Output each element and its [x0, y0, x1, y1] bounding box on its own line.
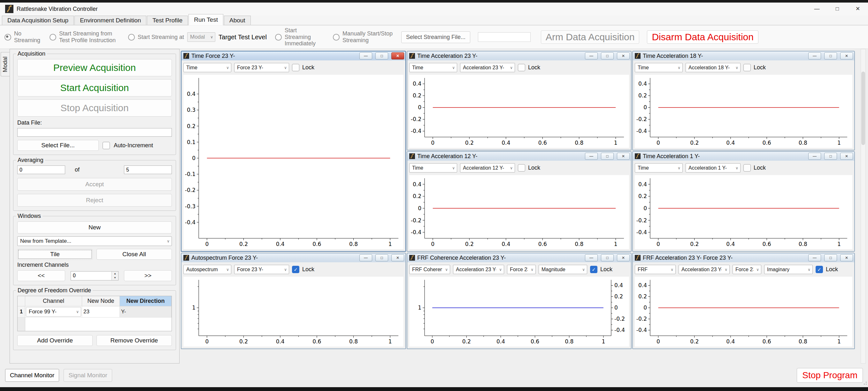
- plot-dropdown-acceleration-23-y[interactable]: Acceleration 23 Y-∨: [460, 63, 515, 72]
- radio-circle-icon[interactable]: [128, 34, 135, 40]
- app-titlebar[interactable]: Rattlesnake Vibration Controller — □ ✕: [0, 3, 868, 15]
- mdi-titlebar[interactable]: Autospectrum Force 23 Y-—□✕: [182, 253, 405, 262]
- lock-checkbox[interactable]: [743, 164, 751, 172]
- close-icon[interactable]: ✕: [391, 254, 404, 261]
- plot-dropdown-force-23-y[interactable]: Force 23 Y-∨: [234, 63, 289, 72]
- start-acquisition-button[interactable]: Start Acquisition: [17, 79, 172, 96]
- mdi-titlebar[interactable]: Time Acceleration 12 Y-—□✕: [407, 152, 631, 161]
- plot-area[interactable]: 00.20.40.60.81-0.4-0.200.20.4: [635, 75, 852, 148]
- streaming-level-dropdown[interactable]: Modal∨: [187, 32, 215, 42]
- radio-circle-icon[interactable]: [275, 34, 282, 40]
- maximize-icon[interactable]: □: [601, 52, 614, 59]
- channel-increment-stepper[interactable]: ▲ ▼: [71, 271, 119, 280]
- stepper-down-icon[interactable]: ▼: [112, 276, 118, 280]
- select-file-button[interactable]: Select File...: [17, 140, 99, 151]
- averaging-total-input[interactable]: [124, 166, 172, 174]
- accept-button[interactable]: Accept: [17, 178, 172, 191]
- maximize-icon[interactable]: □: [824, 153, 837, 160]
- minimize-icon[interactable]: —: [585, 52, 598, 59]
- radio-start-streaming-from-test-profile-instruction[interactable]: Start Streaming from Test Profile Instru…: [50, 30, 120, 43]
- signal-monitor-button[interactable]: Signal Monitor: [64, 369, 112, 382]
- plot-dropdown-time[interactable]: Time∨: [409, 63, 457, 72]
- streaming-file-input[interactable]: [478, 32, 531, 42]
- close-icon[interactable]: ✕: [617, 52, 630, 59]
- mdi-scrollbar[interactable]: [861, 49, 866, 363]
- tab-about[interactable]: About: [224, 16, 251, 25]
- radio-circle-icon[interactable]: [333, 34, 340, 40]
- radio-circle-icon[interactable]: [50, 34, 56, 40]
- minimize-icon[interactable]: —: [585, 153, 598, 160]
- new-window-button[interactable]: New: [17, 221, 172, 234]
- preview-acquisition-button[interactable]: Preview Acquisition: [17, 59, 172, 77]
- plot-area[interactable]: 00.20.40.60.81-0.4-0.200.20.4: [635, 277, 852, 347]
- stepper-up-icon[interactable]: ▲: [112, 272, 118, 276]
- plot-area[interactable]: 00.20.40.60.81-0.4-0.200.20.4: [409, 175, 629, 249]
- resize-grip[interactable]: [862, 380, 867, 385]
- maximize-icon[interactable]: □: [827, 3, 847, 15]
- remove-override-button[interactable]: Remove Override: [96, 335, 172, 346]
- plot-area[interactable]: 00.20.40.60.81-0.4-0.200.20.4: [409, 75, 629, 148]
- plot-dropdown-imaginary[interactable]: Imaginary∨: [764, 265, 813, 274]
- maximize-icon[interactable]: □: [824, 52, 837, 59]
- data-file-input[interactable]: [17, 128, 172, 137]
- stepper-arrows[interactable]: ▲ ▼: [112, 272, 118, 280]
- maximize-icon[interactable]: □: [375, 254, 388, 261]
- dof-new-node-cell[interactable]: 23: [82, 306, 120, 318]
- minimize-icon[interactable]: —: [585, 254, 598, 261]
- plot-dropdown-force-23-y[interactable]: Force 23 Y-∨: [234, 265, 289, 274]
- close-icon[interactable]: ✕: [617, 254, 630, 261]
- close-icon[interactable]: ✕: [840, 254, 853, 261]
- close-icon[interactable]: ✕: [617, 153, 630, 160]
- radio-circle-icon[interactable]: [4, 34, 11, 40]
- plot-dropdown-autospectrum[interactable]: Autospectrum∨: [183, 265, 231, 274]
- plot-dropdown-frf[interactable]: FRF∨: [635, 265, 676, 274]
- plot-dropdown-frf-coherence[interactable]: FRF Coherence∨: [409, 265, 450, 274]
- mdi-titlebar[interactable]: Time Acceleration 18 Y-—□✕: [633, 52, 854, 60]
- lock-checkbox[interactable]: ✓: [590, 266, 597, 273]
- maximize-icon[interactable]: □: [824, 254, 837, 261]
- minimize-icon[interactable]: —: [807, 3, 827, 15]
- maximize-icon[interactable]: □: [601, 153, 614, 160]
- minimize-icon[interactable]: —: [808, 254, 821, 261]
- lock-checkbox[interactable]: ✓: [816, 266, 823, 273]
- lock-checkbox[interactable]: ✓: [292, 266, 299, 273]
- plot-area[interactable]: 00.20.40.60.811: [183, 277, 403, 347]
- plot-dropdown-magnitude[interactable]: Magnitude∨: [539, 265, 587, 274]
- mdi-titlebar[interactable]: FRF Acceleration 23 Y- Force 23 Y-—□✕: [633, 253, 854, 262]
- radio-start-streaming-at[interactable]: Start Streaming at: [128, 34, 184, 40]
- minimize-icon[interactable]: —: [360, 254, 372, 261]
- stop-acquisition-button[interactable]: Stop Acquisition: [17, 99, 172, 117]
- plot-dropdown-time[interactable]: Time∨: [635, 163, 683, 173]
- close-icon[interactable]: ✕: [840, 153, 853, 160]
- reject-button[interactable]: Reject: [17, 194, 172, 207]
- channel-monitor-button[interactable]: Channel Monitor: [5, 369, 59, 382]
- tab-test-profile[interactable]: Test Profile: [147, 16, 188, 25]
- plot-dropdown-acceleration-18-y[interactable]: Acceleration 18 Y-∨: [686, 63, 741, 72]
- scrollbar-thumb[interactable]: [861, 71, 865, 145]
- lock-checkbox[interactable]: [743, 64, 751, 71]
- radio-manually-start-stop-streaming[interactable]: Manually Start/Stop Streaming: [333, 30, 394, 43]
- plot-dropdown-acceleration-23-y[interactable]: Acceleration 23 Y-∨: [679, 265, 730, 274]
- add-override-button[interactable]: Add Override: [17, 335, 93, 346]
- dof-channel-cell[interactable]: Force 99 Y- ∨: [25, 306, 82, 318]
- mdi-titlebar[interactable]: FRF Coherence Acceleration 23 Y-—□✕: [407, 253, 631, 262]
- plot-dropdown-time[interactable]: Time∨: [183, 63, 231, 72]
- plot-dropdown-force-23[interactable]: Force 23∨: [507, 265, 536, 274]
- close-all-button[interactable]: Close All: [96, 249, 172, 260]
- maximize-icon[interactable]: □: [375, 52, 388, 59]
- arm-data-acquisition-button[interactable]: Arm Data Acquisition: [541, 30, 639, 44]
- mdi-titlebar[interactable]: Time Acceleration 23 Y-—□✕: [407, 52, 631, 60]
- radio-start-streaming-immediately[interactable]: Start Streaming Immediately: [275, 27, 324, 47]
- plot-dropdown-acceleration-23-y[interactable]: Acceleration 23 Y-∨: [453, 265, 504, 274]
- minimize-icon[interactable]: —: [808, 52, 821, 59]
- plot-area[interactable]: 00.20.40.60.81-0.4-0.3-0.2-0.100.10.20.3…: [183, 75, 403, 249]
- tile-button[interactable]: Tile: [17, 249, 93, 260]
- mdi-titlebar[interactable]: Time Acceleration 1 Y-—□✕: [633, 152, 854, 161]
- increment-channels-button[interactable]: >>: [124, 270, 172, 281]
- auto-increment-checkbox[interactable]: [102, 142, 110, 149]
- plot-area[interactable]: 00.20.40.60.81-0.4-0.200.20.4: [635, 175, 852, 249]
- minimize-icon[interactable]: —: [360, 52, 372, 59]
- close-icon[interactable]: ✕: [847, 3, 868, 15]
- new-from-template-dropdown[interactable]: New from Template... ∨: [17, 236, 172, 246]
- plot-dropdown-time[interactable]: Time∨: [635, 63, 683, 72]
